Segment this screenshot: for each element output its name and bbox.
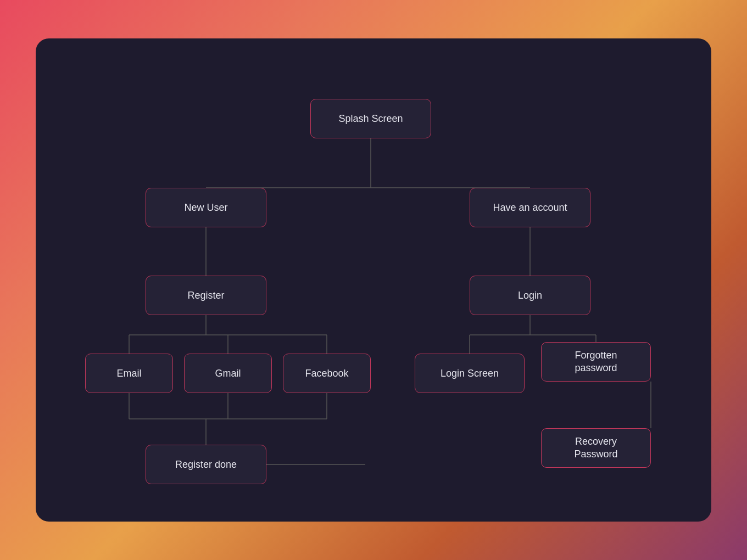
gmail-node: Gmail: [184, 354, 272, 393]
login-node: Login: [470, 276, 590, 315]
splash-screen-node: Splash Screen: [310, 99, 431, 138]
new-user-label: New User: [184, 202, 227, 214]
login-screen-label: Login Screen: [441, 368, 499, 379]
have-account-label: Have an account: [493, 202, 567, 214]
recovery-password-node: RecoveryPassword: [541, 428, 651, 468]
diagram-container: Splash Screen New User Have an account R…: [36, 38, 711, 522]
forgotten-password-label: Forgottenpassword: [575, 349, 617, 375]
gmail-label: Gmail: [215, 368, 241, 379]
register-label: Register: [187, 290, 224, 301]
splash-screen-label: Splash Screen: [338, 113, 403, 125]
login-screen-node: Login Screen: [415, 354, 525, 393]
recovery-password-label: RecoveryPassword: [574, 435, 617, 461]
facebook-node: Facebook: [283, 354, 371, 393]
register-done-label: Register done: [175, 459, 237, 471]
facebook-label: Facebook: [305, 368, 348, 379]
register-node: Register: [146, 276, 266, 315]
email-node: Email: [85, 354, 173, 393]
email-label: Email: [116, 368, 141, 379]
login-label: Login: [518, 290, 542, 301]
new-user-node: New User: [146, 188, 266, 227]
forgotten-password-node: Forgottenpassword: [541, 342, 651, 382]
register-done-node: Register done: [146, 445, 266, 484]
have-account-node: Have an account: [470, 188, 590, 227]
